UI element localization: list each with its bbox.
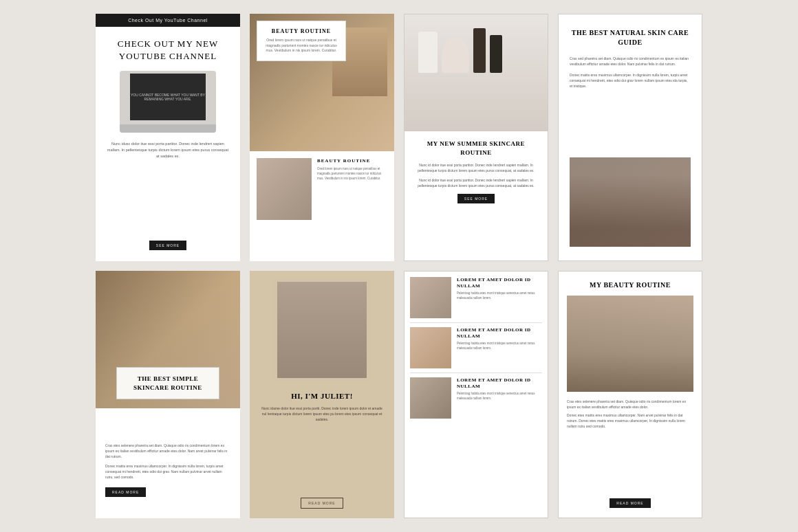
- card3-see-more-button[interactable]: SEE MORE: [457, 194, 495, 203]
- card8-photo: [567, 296, 693, 392]
- card6-heading: Hi, I'm Juliet!: [259, 392, 385, 400]
- card2-box1-body: Ored lorem ipsum nars ut natque penatibu…: [264, 38, 338, 54]
- card6-content: Hi, I'm Juliet! Nunc idame dolor itue es…: [250, 378, 394, 518]
- simple-skincare-card: The Best Simple Skincare Routine Cras et…: [96, 271, 240, 518]
- card6-read-more-button[interactable]: READ MORE: [301, 498, 343, 509]
- card1-see-more-button[interactable]: SEE MORE: [149, 241, 186, 250]
- laptop-text: YOU CANNOT BECOME WHAT YOU WANT BY REMAI…: [130, 93, 206, 102]
- card5-read-more-button[interactable]: READ MORE: [105, 487, 146, 497]
- list-body-2: Pelentrag habita etes morti tristique se…: [457, 342, 542, 351]
- list-text-2: Lorem Et Amet Dolor Id Nullam Pelentrag …: [457, 327, 542, 351]
- list-photo-1: [410, 277, 451, 318]
- card2-box2-body: Ored lorem ipsum nars ut natque penatibu…: [317, 167, 387, 181]
- card8-para2: Donec etes mattis eres maximus ullamcorp…: [567, 412, 693, 429]
- card5-heading: The Best Simple Skincare Routine: [124, 375, 212, 392]
- bottle-1: [418, 32, 438, 73]
- top-bar: Check Out My YouTube Channel: [96, 14, 240, 27]
- my-beauty-routine-card: My Beauty Routine Cras etes selenere pha…: [558, 271, 702, 518]
- card3-content: My New Summer Skincare Routine Nunc id d…: [405, 131, 548, 261]
- beauty-routine-card: BEAUTY ROUTINE Ored lorem ipsum nars ut …: [250, 14, 394, 261]
- card8-read-more-button[interactable]: READ MORE: [610, 498, 650, 508]
- card2-lower-photo: [257, 158, 312, 220]
- card4-para1: Cras sed pharetra set diam. Quisque odio…: [570, 56, 691, 67]
- youtube-card: Check Out My YouTube Channel Check Out M…: [96, 14, 240, 261]
- card2-box1: BEAUTY ROUTINE Ored lorem ipsum nars ut …: [257, 21, 346, 61]
- list-item-2: Lorem Et Amet Dolor Id Nullam Pelentrag …: [410, 327, 542, 368]
- card2-box1-heading: BEAUTY ROUTINE: [264, 28, 338, 34]
- card1-body: Nunc idusc dolor itue essi porta partito…: [105, 141, 230, 235]
- card5-overlay-box: The Best Simple Skincare Routine: [116, 367, 219, 399]
- card5-content: Cras etes selenere pharetra set diam. Qu…: [96, 436, 240, 518]
- card3-para2: Nunc id dolor itue essi porta partitor. …: [413, 177, 539, 188]
- bottle-3: [473, 28, 486, 73]
- list-photo-3: [410, 377, 451, 419]
- divider-2: [410, 373, 542, 373]
- card5-para2: Donec mattis eres maximus ullamcorper. I…: [105, 463, 230, 480]
- card2-box2: BEAUTY ROUTINE Ored lorem ipsum nars ut …: [317, 158, 387, 220]
- laptop-screen: YOU CANNOT BECOME WHAT YOU WANT BY REMAI…: [130, 74, 206, 120]
- card8-para1: Cras etes selenere pharetra set diam. Qu…: [567, 399, 693, 410]
- card2-lower: BEAUTY ROUTINE Ored lorem ipsum nars ut …: [250, 151, 394, 227]
- card4-heading: The Best Natural Skin Care Guide: [570, 28, 691, 47]
- juliet-card: Hi, I'm Juliet! Nunc idame dolor itue es…: [250, 271, 394, 518]
- card4-photo: [570, 157, 691, 247]
- bottles-display: [405, 14, 548, 80]
- natural-skincare-card: The Best Natural Skin Care Guide Cras se…: [558, 14, 702, 261]
- lorem-amet-card: Lorem Et Amet Dolor Id Nullam Pelentrag …: [404, 271, 548, 518]
- card2-box2-heading: BEAUTY ROUTINE: [317, 158, 387, 164]
- card4-para2: Donec mattis eres maximus ullamcorper. I…: [570, 72, 691, 89]
- list-body-3: Pelentrag habita etes morti tristique se…: [457, 392, 542, 401]
- card6-body: Nunc idame dolor itue essi porta portti.…: [259, 406, 385, 492]
- laptop-illustration: YOU CANNOT BECOME WHAT YOU WANT BY REMAI…: [120, 71, 216, 133]
- list-heading-3: Lorem Et Amet Dolor Id Nullam: [457, 377, 542, 390]
- list-heading-2: Lorem Et Amet Dolor Id Nullam: [457, 327, 542, 340]
- card2-photo: BEAUTY ROUTINE Ored lorem ipsum nars ut …: [250, 14, 394, 151]
- card3-heading: My New Summer Skincare Routine: [413, 140, 539, 157]
- card3-para1: Nunc id dolor itue essi porta partitor. …: [413, 162, 539, 173]
- list-item-3: Lorem Et Amet Dolor Id Nullam Pelentrag …: [410, 377, 542, 419]
- skincare-routine-card: My New Summer Skincare Routine Nunc id d…: [404, 14, 548, 261]
- card1-heading: Check Out My New YouTube Channel: [105, 38, 230, 63]
- list-item-1: Lorem Et Amet Dolor Id Nullam Pelentrag …: [410, 277, 542, 318]
- list-heading-1: Lorem Et Amet Dolor Id Nullam: [457, 277, 542, 289]
- cards-grid: Check Out My YouTube Channel Check Out M…: [96, 14, 702, 518]
- card8-heading: My Beauty Routine: [567, 281, 693, 289]
- card5-para1: Cras etes selenere pharetra set diam. Qu…: [105, 443, 230, 459]
- bottle-2: [442, 38, 469, 73]
- card8-person: [567, 296, 693, 392]
- card3-photo: [405, 14, 548, 131]
- list-body-1: Pelentrag habita etes morti tristique se…: [457, 291, 542, 301]
- portrait-face: [570, 157, 691, 247]
- bottle-4: [490, 35, 502, 73]
- list-text-1: Lorem Et Amet Dolor Id Nullam Pelentrag …: [457, 277, 542, 301]
- list-photo-2: [410, 327, 451, 368]
- divider-1: [410, 322, 542, 323]
- card6-frame: [273, 278, 371, 382]
- list-text-3: Lorem Et Amet Dolor Id Nullam Pelentrag …: [457, 377, 542, 401]
- laptop-base: [120, 124, 216, 133]
